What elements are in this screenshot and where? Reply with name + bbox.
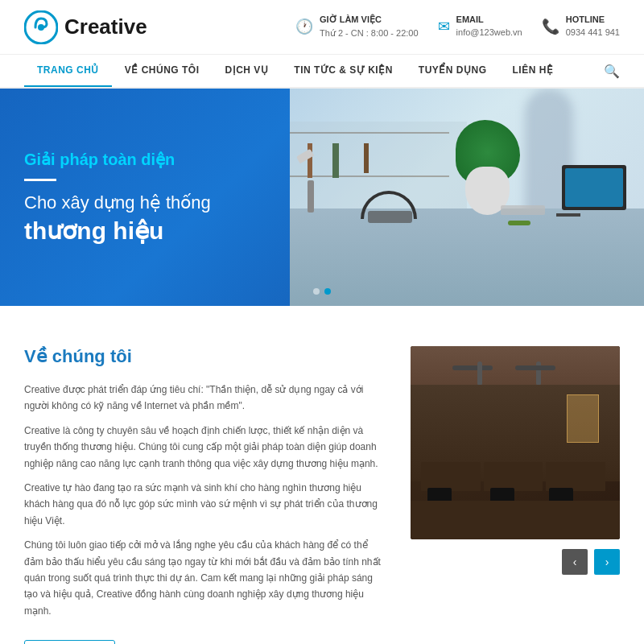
office-simulation [411,346,620,539]
nav-link-tin-tuc[interactable]: TIN TỨC & SỰ KIỆN [281,55,406,85]
phone-icon: 📞 [542,18,559,35]
monitor [562,165,626,210]
about-para-1: Creative được phát triển đáp ứng tiêu ch… [24,382,386,415]
hero-title-line2: thương hiệu [24,217,211,245]
about-para-4: Chúng tôi luôn giao tiếp cởi mở và lắng … [24,537,386,619]
desk-3 [546,462,605,491]
window-light [567,394,599,443]
shelf-line-2 [290,175,449,177]
about-image-area: ‹ › [411,346,620,644]
main-nav: TRANG CHỦ VỀ CHÚNG TÔI DỊCH VỤ TIN TỨC &… [0,55,644,89]
hotline-text: HOTLINE 0934 441 941 [566,14,620,39]
plant-leaf-2 [508,221,530,225]
hero-section: Giải pháp toàn diện Cho xây dựng hệ thốn… [0,89,644,306]
about-office-image [411,346,620,539]
desk-surface [290,208,644,307]
search-icon[interactable]: 🔍 [604,64,620,79]
fan-blade-h-2 [515,365,555,370]
about-section: Về chúng tôi Creative được phát triển đá… [0,306,644,644]
site-header: Creative 🕐 GIỜ LÀM VIỆC Thứ 2 - CN : 8:0… [0,0,644,55]
prev-arrow[interactable]: ‹ [562,549,588,575]
logo-area[interactable]: Creative [24,10,147,44]
xem-them-button[interactable]: XEM THÊM [24,640,115,644]
shelf-line-1 [290,132,449,134]
logo-text: Creative [64,14,147,39]
book-3 [364,143,369,174]
clock-icon: 🕐 [295,18,313,35]
nav-link-ve-chung-toi[interactable]: VỀ CHÚNG TÔI [112,55,213,85]
about-text: Về chúng tôi Creative được phát triển đá… [24,346,386,644]
nav-link-trang-chu[interactable]: TRANG CHỦ [24,55,112,87]
nav-link-lien-he[interactable]: LIÊN HỆ [500,55,567,85]
fan-pole [477,361,482,386]
hero-dot-2[interactable] [324,288,331,295]
lamp-pole [308,180,314,213]
nav-item-dich-vu[interactable]: DỊCH VỤ [213,55,282,87]
hero-subtitle: Giải pháp toàn diện [24,150,211,169]
hero-dots [313,288,331,295]
fan-blade-h [452,365,493,370]
chevron-left-icon: ‹ [573,555,577,568]
nav-item-tuyen-dung[interactable]: TUYỂN DỤNG [406,55,500,87]
glasses [368,211,412,223]
about-para-3: Creative tự hào đang tạo ra sức mạnh và … [24,480,386,529]
nav-link-dich-vu[interactable]: DỊCH VỤ [213,55,282,85]
hero-divider [24,179,56,181]
header-info: 🕐 GIỜ LÀM VIỆC Thứ 2 - CN : 8:00 - 22:00… [295,14,620,39]
logo-icon [24,10,58,44]
keyboard [501,205,545,215]
email-item: ✉ EMAIL info@123web.vn [438,14,522,39]
book-1 [308,143,312,178]
about-para-2: Creative là công ty chuyên sâu về hoạch … [24,423,386,472]
book-2 [332,143,339,178]
nav-item-ve-chung-toi[interactable]: VỀ CHÚNG TÔI [112,55,213,87]
nav-item-lien-he[interactable]: LIÊN HỆ [500,55,567,87]
gio-lam-viec-item: 🕐 GIỜ LÀM VIỆC Thứ 2 - CN : 8:00 - 22:00 [295,14,419,39]
hero-content: Giải pháp toàn diện Cho xây dựng hệ thốn… [24,150,211,245]
next-arrow[interactable]: › [594,549,620,575]
about-nav-arrows: ‹ › [411,549,620,575]
email-icon: ✉ [438,18,450,35]
desk-1 [421,462,481,491]
desk-scene [290,89,644,306]
svg-point-1 [38,24,44,31]
email-text: EMAIL info@123web.vn [456,14,522,39]
office-floor [411,501,620,539]
hero-dot-1[interactable] [313,288,320,295]
about-title: Về chúng tôi [24,346,386,367]
nav-link-tuyen-dung[interactable]: TUYỂN DỤNG [406,55,500,85]
hotline-item: 📞 HOTLINE 0934 441 941 [542,14,620,39]
nav-item-trang-chu[interactable]: TRANG CHỦ [24,55,112,87]
hero-title-line1: Cho xây dựng hệ thống [24,192,211,213]
desk-2 [484,462,543,491]
hero-background-image [290,89,644,306]
nav-item-tin-tuc[interactable]: TIN TỨC & SỰ KIỆN [281,55,406,87]
monitor-stand [556,213,580,217]
chevron-right-icon: › [605,555,609,568]
desk-row [421,443,605,491]
gio-lam-viec-text: GIỜ LÀM VIỆC Thứ 2 - CN : 8:00 - 22:00 [320,14,419,39]
nav-links: TRANG CHỦ VỀ CHÚNG TÔI DỊCH VỤ TIN TỨC &… [24,55,566,87]
